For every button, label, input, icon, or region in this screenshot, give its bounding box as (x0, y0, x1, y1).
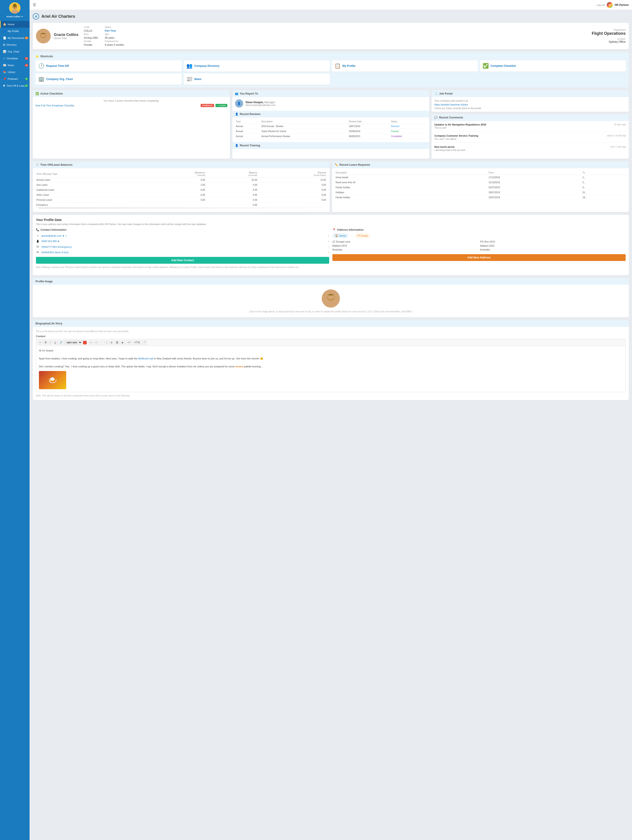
sidebar-item-pinboard[interactable]: 📌 Pinboard 5 (0, 76, 30, 82)
comment-1-time: 14 days ago (614, 123, 626, 126)
leave-req-from-1: 17/12/2019 (488, 175, 582, 180)
library-icon: 📚 (3, 71, 6, 74)
editor-italic[interactable]: I (49, 341, 52, 344)
documents-badge: 3 (25, 36, 28, 39)
editor-video[interactable]: ▶ (120, 341, 125, 344)
shortcut-complete-checklist[interactable]: ✅ Complete Checklist (480, 60, 626, 72)
address-info-col: 📍 Address Information 🏠 Home — ✉ Postal (333, 228, 626, 269)
bio-paragraph-2: Apart from aviation, I love cooking, and… (39, 357, 622, 361)
update-badge[interactable]: ✓ Update (215, 104, 227, 107)
timeoff-icon: ✖ (3, 84, 5, 87)
report-person: 👤 Steve Hooper, Manager steve.hooper@mai… (235, 99, 427, 107)
profile-data-section: Your Profile Data This is your address a… (33, 215, 629, 275)
bio-content-label: Content (36, 335, 626, 338)
hamburger-button[interactable]: ☰ (33, 3, 36, 7)
shortcut-company-directory[interactable]: 👥 Company Directory (184, 60, 330, 72)
editor-color-picker[interactable] (83, 341, 87, 344)
contact-mobile[interactable]: 0409 554 999 ★ (41, 240, 328, 243)
profile-age: 36 years (105, 36, 124, 39)
svg-point-1 (11, 9, 18, 14)
shortcut-request-timeoff[interactable]: 🕐 Request Time-Off (35, 60, 182, 72)
editor-separator-btn[interactable]: | (105, 341, 109, 344)
leave-req-desc-3: Family holiday (335, 185, 488, 190)
editor-undo[interactable]: ↩ (38, 341, 43, 344)
topbar-left: ☰ (33, 3, 36, 7)
job-portal-link[interactable]: https://arielair.hrpartner.io/jobs (434, 103, 468, 106)
recent-comments-section: 💬 Recent Comments 14 days ago Updates to… (432, 114, 629, 159)
recent-leave-section: ✏️ Recent Leave Requests Description Fro… (332, 161, 629, 212)
sidebar-item-home[interactable]: 🏠 Home (0, 21, 30, 28)
review-row-3: Annual Annual Performance Review 06/08/2… (235, 134, 427, 139)
editor-html[interactable]: HTML (133, 341, 142, 344)
comment-1: 14 days ago Updates to Air Navigation Re… (434, 123, 626, 132)
editor-separator: | (87, 341, 88, 344)
comment-3-title: New lunch picnic (434, 145, 626, 148)
shortcut-my-profile[interactable]: 📋 My Profile (332, 60, 478, 72)
avatar (9, 2, 21, 14)
editor-font-select[interactable]: open sans (65, 340, 82, 345)
editor-help[interactable]: ? (143, 341, 147, 344)
timeoff-section: ⏱️ Time Off/Leave Balances Time Off/Leav… (33, 161, 329, 212)
contact-row-2: 📱 0409 554 999 ★ ▾ (36, 239, 329, 244)
editor-image[interactable]: 🖼 (115, 341, 120, 344)
editor-content[interactable]: Hi I'm Gracie Apart from aviation, I lov… (36, 346, 626, 392)
shortcuts-header: ⭐ Shortcuts (35, 55, 626, 58)
contact-email[interactable]: gracie@airair.com ★ ✓ (41, 234, 328, 237)
sidebar-item-orgchart[interactable]: 📊 Org. Chart (0, 48, 30, 55)
sidebar-username[interactable]: Gracie Collins ▼ (6, 15, 23, 18)
shortcut-company-orgchart[interactable]: 🏢 Company Org. Chart (35, 73, 182, 85)
profile-status: Part Time (105, 29, 124, 32)
phone-icon: 📞 (36, 228, 40, 231)
leave-req-from-3: 01/07/2019 (488, 185, 582, 190)
sidebar-item-timeoff[interactable]: ✖ Time Off & Leave 5 (0, 82, 30, 89)
checklist-header-icon: ✅ (35, 92, 39, 95)
leave-col-desc: Description (335, 171, 488, 175)
checklist-link[interactable]: New Full-Time Employee Checklist (35, 104, 199, 107)
postal-tab[interactable]: ✉ Postal (355, 233, 371, 238)
editor-table[interactable]: ⊞ (109, 341, 114, 344)
home-tab[interactable]: 🏠 Home (333, 233, 348, 238)
editor-link[interactable]: 🔗 (58, 341, 64, 344)
contact-kin[interactable]: 645845654 (Next of Kin) (41, 251, 328, 254)
add-contact-button[interactable]: Add New Contact (36, 257, 329, 264)
comment-2-time: about 1 month ago (607, 134, 626, 137)
profile-info: Gracie Collins Senior Pilot (54, 33, 79, 39)
profile-image-upload[interactable] (322, 289, 340, 308)
age-label: Age (105, 33, 124, 35)
logout-link[interactable]: Log out (597, 4, 605, 6)
sidebar-item-checklists[interactable]: ✓ Checklists 3 (0, 55, 30, 62)
editor-ol[interactable]: ≡ (94, 341, 98, 344)
contact-emergency[interactable]: 55554777464 (Emergency) (41, 246, 328, 248)
shortcut-news[interactable]: 📰 News (184, 73, 330, 85)
editor-code[interactable]: </> (126, 341, 132, 344)
profile-meta: Code COLLG Born 16 Aug 1982 Gender Femal… (84, 26, 589, 46)
leave-type-3: Unplanned Leave (35, 188, 147, 193)
editor-indent[interactable]: → (99, 341, 104, 344)
mcmurdo-link[interactable]: McMurdo trail (138, 357, 153, 360)
phone-icon-3: ☎ (36, 251, 40, 254)
review-date-1: 18/07/2019 (348, 124, 390, 129)
sidebar-nav: 🏠 Home 👤 My Profile 📄 My Documents 3 ⊞ D… (0, 21, 30, 89)
sidebar-item-news[interactable]: 📰 News 4 (0, 62, 30, 69)
address-tabs: 🏠 Home — ✉ Postal (333, 233, 626, 238)
location-label: Location (592, 38, 626, 40)
comment-3-time: over 1 year ago (610, 145, 626, 148)
editor-ul[interactable]: ≡ (89, 341, 93, 344)
bio-description: Tell us a bit about yourself. You can us… (36, 330, 626, 333)
timeoff-balance-icon: ⏱️ (35, 163, 39, 166)
recent-training-inner: 👤 Recent Training (235, 142, 427, 149)
checklists-badge: 3 (25, 57, 28, 60)
add-address-button[interactable]: Add New Address (333, 254, 626, 261)
sidebar-item-library[interactable]: 📚 Library (0, 69, 30, 76)
comments-icon: 💬 (434, 116, 438, 119)
topbar: ☰ Log out HR HR Partner (30, 0, 632, 10)
sidebar-item-myprofile[interactable]: 👤 My Profile (0, 28, 30, 35)
sidebar-item-directory[interactable]: ⊞ Directory (0, 41, 30, 48)
leave-allow-2: 2.00 (147, 183, 206, 188)
reviews-col-type: Type (235, 119, 260, 124)
svg-point-5 (41, 32, 46, 37)
editor-bold[interactable]: B (43, 341, 48, 344)
editor-underline[interactable]: U (53, 341, 57, 344)
sidebar-item-mydocuments[interactable]: 📄 My Documents 3 (0, 35, 30, 41)
leave-req-desc-4: Holidays (335, 190, 488, 195)
